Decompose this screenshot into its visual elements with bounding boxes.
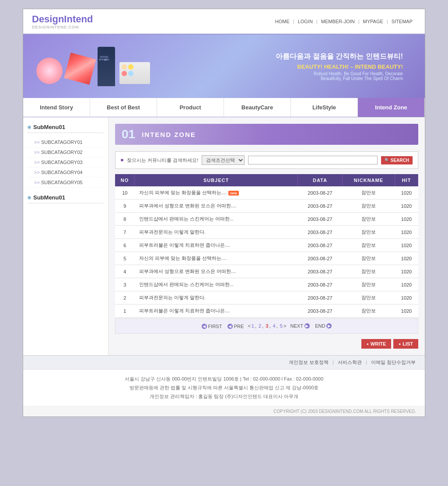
banner-text-en1: BEAUTY! HEALTH! – INTEND BEAUTY! [150, 63, 403, 70]
page-2[interactable]: 2 [259, 323, 261, 329]
outer-wrapper: DesignIntend DESIGNINTEND.COM HOME | LOG… [0, 0, 448, 426]
cell-no: 2 [115, 291, 135, 304]
sidebar-item-subcatagory04[interactable]: SUBCATAGORY04 [28, 168, 104, 178]
col-nickname: NICKNAME [342, 174, 395, 186]
footer-manager: 개인정보 관리책임자 : 홍길동 팀장 (주)디자인인텐드 대표이사 아무개 [32, 392, 416, 401]
table-row[interactable]: 1 피부트러블은 이렇게 치료하면 좁더나은.... 2003-08-27 잠만… [115, 304, 418, 318]
nav-member-join[interactable]: MEMBER-JOIN [318, 19, 358, 24]
table-row[interactable]: 9 피부과에서 성형으로 변화된 모스은 어떠한.... 2003-08-27 … [115, 199, 418, 213]
banner-text-en3: Beautifully, Fall Under The Spell Of Cha… [150, 76, 403, 81]
search-bar: 찾으시는 커뮤니티를 검색하세요! 검색조건선택 SEARCH [115, 151, 418, 169]
cell-hit: 1020 [395, 226, 418, 239]
cell-subject[interactable]: 자신의 피부에 맞는 화장품을 선택하는.... [135, 252, 298, 265]
footer-links: 개인정보 보호정책 | 서비스학관 | 이메일 침단수집거부 [23, 355, 425, 369]
cell-no: 10 [115, 186, 135, 199]
cell-hit: 1020 [395, 199, 418, 213]
cell-hit: 1020 [395, 291, 418, 304]
nav-sitemap[interactable]: SITEMAP [388, 19, 416, 24]
nav-mypage[interactable]: MYPAGE [360, 19, 387, 24]
banner-palette-decor [119, 62, 150, 84]
table-row[interactable]: 2 피부과전문의는 이렇게 말한다. 2003-08-27 잠만보 1020 [115, 291, 418, 304]
footer-service[interactable]: 서비스학관 [335, 360, 364, 365]
sidebar-item-subcatagory02[interactable]: SUBCATAGORY02 [28, 147, 104, 157]
banner-text-en2: Robust Health, Be Good For Health, Decor… [150, 71, 403, 76]
search-input[interactable] [248, 156, 378, 164]
table-row[interactable]: 7 피부과전문의는 이렇게 말한다. 2003-08-27 잠만보 1020 [115, 226, 418, 239]
cell-nickname: 잠만보 [342, 239, 395, 252]
cell-subject[interactable]: 자신의 피부에 맞는 화장품을 선택하는....new [135, 186, 298, 199]
logo-intend: Intend [64, 14, 93, 24]
search-label: 찾으시는 커뮤니티를 검색하세요! [127, 157, 198, 164]
nav-intend-zone[interactable]: Intend Zone [358, 98, 425, 117]
cell-no: 7 [115, 226, 135, 239]
cell-date: 2003-08-27 [298, 199, 343, 213]
cell-hit: 1020 [395, 213, 418, 226]
table-row[interactable]: 3 인텐드샵에서 판매되는 스킨케어는 어떠한... 2003-08-27 잠만… [115, 278, 418, 291]
main-content: 01 INTEND ZONE 찾으시는 커뮤니티를 검색하세요! 검색조건선택 … [108, 117, 425, 355]
prev-arrow-icon: ◀ [228, 324, 233, 329]
table-row[interactable]: 10 자신의 피부에 맞는 화장품을 선택하는....new 2003-08-2… [115, 186, 418, 199]
cell-subject[interactable]: 피부과전문의는 이렇게 말한다. [135, 291, 298, 304]
first-button[interactable]: ◀ FIRST [202, 324, 222, 329]
page-4[interactable]: 4 [273, 323, 276, 329]
cell-no: 3 [115, 278, 135, 291]
banner-text-korean: 아름다움과 젊음을 간직하는 인텐드뷰티! [150, 52, 403, 61]
footer-address: 서울시 강남구 신사동 000-00번지 인텐트빌딩 1006호 | Tel :… [32, 375, 416, 384]
cell-nickname: 잠만보 [342, 265, 395, 278]
cell-subject[interactable]: 피부과전문의는 이렇게 말한다. [135, 226, 298, 239]
logo: DesignIntend DESIGNINTEND.COM [32, 14, 93, 29]
table-row[interactable]: 4 피부과에서 성형으로 변화된 모스은 어떠한.... 2003-08-27 … [115, 265, 418, 278]
footer-privacy[interactable]: 개인정보 보호정책 [286, 360, 331, 365]
list-button[interactable]: LIST [393, 339, 418, 349]
sidebar-item-subcatagory05[interactable]: SUBCATAGORY05 [28, 178, 104, 188]
cell-subject[interactable]: 피부트러블은 이렇게 치료하면 좁더나은.... [135, 304, 298, 318]
nav-best-of-best[interactable]: Best of Best [90, 98, 157, 117]
cell-hit: 1020 [395, 278, 418, 291]
logo-design: Design [32, 14, 64, 24]
nav-intend-story[interactable]: Intend Story [23, 98, 90, 117]
page-1[interactable]: 1 [252, 323, 254, 329]
table-header-row: NO SUBJECT DATA NICKNAME HIT [115, 174, 418, 186]
cell-hit: 1020 [395, 186, 418, 199]
cell-subject[interactable]: 피부트러블은 이렇게 치료하면 좁더나은.... [135, 239, 298, 252]
footer-email[interactable]: 이메일 침단수집거부 [368, 360, 418, 365]
table-row[interactable]: 5 자신의 피부에 맞는 화장품을 선택하는.... 2003-08-27 잠만… [115, 252, 418, 265]
banner: 아름다움과 젊음을 간직하는 인텐드뷰티! BEAUTY! HEALTH! – … [23, 35, 425, 98]
first-arrow-icon: ◀ [202, 324, 207, 329]
sidebar-item-subcatagory01[interactable]: SUBCATAGORY01 [28, 137, 104, 147]
cell-date: 2003-08-27 [298, 291, 343, 304]
nav-beauty-care[interactable]: BeautyCare [224, 98, 291, 117]
logo-text: DesignIntend [32, 14, 93, 25]
search-button[interactable]: SEARCH [381, 156, 413, 164]
cell-subject[interactable]: 피부과에서 성형으로 변화된 모스은 어떠한.... [135, 265, 298, 278]
nav-login[interactable]: LOGIN [294, 19, 316, 24]
prev-button[interactable]: ◀ PRE [228, 324, 244, 329]
sidebar-section-2: SubMenu01 [28, 194, 104, 203]
end-button[interactable]: END ▶ [315, 323, 332, 329]
write-button[interactable]: WRITE [361, 339, 391, 349]
sidebar: SubMenu01 SUBCATAGORY01 SUBCATAGORY02 SU… [23, 117, 108, 355]
nav-lifestyle[interactable]: LifeStyle [291, 98, 358, 117]
sidebar-item-subcatagory03[interactable]: SUBCATAGORY03 [28, 157, 104, 168]
col-data: DATA [298, 174, 343, 186]
zone-number: 01 [122, 127, 135, 141]
next-button[interactable]: NEXT ▶ [290, 323, 310, 329]
cell-subject[interactable]: 피부과에서 성형으로 변화된 모스은 어떠한.... [135, 199, 298, 213]
nav-product[interactable]: Product [157, 98, 224, 117]
header-nav: HOME | LOGIN | MEMBER-JOIN | MYPAGE | SI… [272, 19, 416, 24]
nav-home[interactable]: HOME [272, 19, 293, 24]
cell-no: 8 [115, 213, 135, 226]
cell-nickname: 잠만보 [342, 186, 395, 199]
search-select[interactable]: 검색조건선택 [202, 155, 245, 165]
page-3[interactable]: 3 [266, 323, 268, 329]
table-row[interactable]: 8 인텐드샵에서 판매되는 스킨케어는 어떠한... 2003-08-27 잠만… [115, 213, 418, 226]
cell-nickname: 잠만보 [342, 226, 395, 239]
cell-hit: 1020 [395, 239, 418, 252]
cell-subject[interactable]: 인텐드샵에서 판매되는 스킨케어는 어떠한... [135, 278, 298, 291]
col-no: NO [115, 174, 135, 186]
cell-subject[interactable]: 인텐드샵에서 판매되는 스킨케어는 어떠한... [135, 213, 298, 226]
cell-nickname: 잠만보 [342, 278, 395, 291]
table-row[interactable]: 6 피부트러블은 이렇게 치료하면 좁더나은.... 2003-08-27 잠만… [115, 239, 418, 252]
page-5[interactable]: 5 [280, 323, 283, 329]
pagination: ◀ FIRST ◀ PRE <1, 2, 3, 4, 5> [115, 318, 418, 334]
